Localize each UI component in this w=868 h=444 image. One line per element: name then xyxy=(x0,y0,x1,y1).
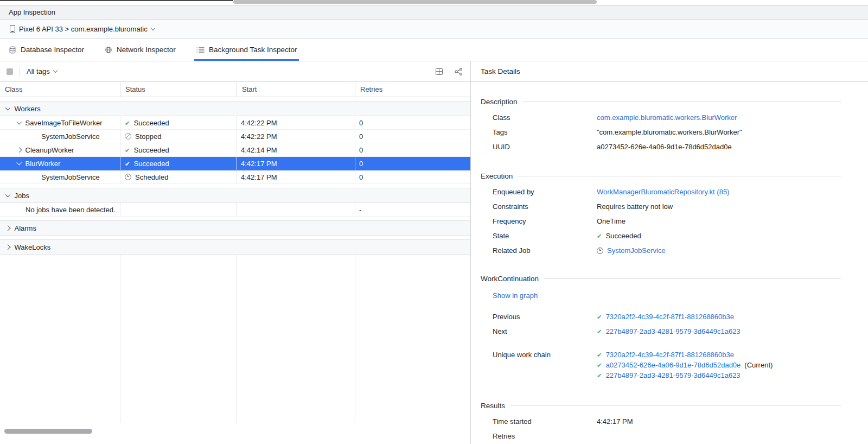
worker-class: BlurWorker xyxy=(25,160,61,168)
worker-start: 4:42:22 PM xyxy=(237,130,355,143)
show-in-graph-link[interactable]: Show in graph xyxy=(493,291,538,300)
worker-start: 4:42:14 PM xyxy=(237,143,355,156)
group-jobs[interactable]: Jobs xyxy=(0,188,470,203)
task-table-panel: All tags Class Status Start Retries Work… xyxy=(0,61,471,444)
chevron-down-icon[interactable] xyxy=(17,160,22,165)
frequency-value: OneTime xyxy=(597,217,626,225)
detail-label: Retries xyxy=(493,432,597,440)
process-selector[interactable]: Pixel 6 API 33 > com.example.bluromatic xyxy=(7,23,158,35)
detail-label: State xyxy=(493,232,597,240)
table-row[interactable]: CleanupWorker Succeeded 4:42:14 PM 0 xyxy=(0,143,470,157)
empty-jobs-message: No jobs have been detected. xyxy=(25,206,116,214)
window-divider xyxy=(0,0,233,1)
previous-work-link[interactable]: 7320a2f2-4c39-4c2f-87f1-881268860b3e xyxy=(606,313,734,321)
worker-retries: 0 xyxy=(355,143,470,156)
tab-database-inspector[interactable]: Database Inspector xyxy=(9,39,84,61)
detail-label: Tags xyxy=(493,128,597,136)
top-scrollbar-thumb[interactable] xyxy=(233,0,597,4)
task-details-content: Description Class com.example.bluromatic… xyxy=(471,82,868,444)
group-workers[interactable]: Workers xyxy=(0,101,470,116)
device-phone-icon xyxy=(10,25,15,33)
chevron-down-icon xyxy=(5,105,10,110)
main-split: All tags Class Status Start Retries Work… xyxy=(0,61,868,444)
table-toolbar: All tags xyxy=(0,61,470,82)
chevron-down-icon xyxy=(150,26,155,30)
detail-label: Next xyxy=(493,327,597,335)
worker-class: SaveImageToFileWorker xyxy=(25,119,103,127)
succeeded-icon xyxy=(597,327,602,335)
tab-background-task-inspector[interactable]: Background Task Inspector xyxy=(196,39,297,61)
worker-start: 4:42:17 PM xyxy=(237,170,355,183)
time-started-value: 4:42:17 PM xyxy=(597,417,633,426)
succeeded-icon xyxy=(597,351,602,359)
stop-icon[interactable] xyxy=(7,68,13,75)
table-row[interactable]: SystemJobService Scheduled 4:42:17 PM 0 xyxy=(0,170,470,184)
horizontal-scrollbar-thumb[interactable] xyxy=(4,429,92,434)
detail-row-constraints: Constraints Requires battery not low xyxy=(481,199,868,214)
all-tags-filter[interactable]: All tags xyxy=(27,67,57,75)
related-job-link[interactable]: SystemJobService xyxy=(607,246,666,255)
detail-row-retries-partial: Retries xyxy=(481,429,868,443)
section-heading: Results xyxy=(481,402,505,410)
inspector-tab-bar: Database Inspector Network Inspector Bac… xyxy=(0,39,868,61)
column-status[interactable]: Status xyxy=(120,82,237,97)
detail-row-enqueued-by: Enqueued by WorkManagerBluromaticReposit… xyxy=(481,185,868,199)
graph-view-icon[interactable] xyxy=(455,68,463,75)
table-view-icon[interactable] xyxy=(436,68,443,75)
worker-retries: 0 xyxy=(355,157,470,170)
worker-retries: 0 xyxy=(355,130,470,143)
column-class[interactable]: Class xyxy=(0,82,120,97)
class-link[interactable]: com.example.bluromatic.workers.BlurWorke… xyxy=(597,113,737,122)
detail-row-uuid: UUID a0273452-626e-4a06-9d1e-78d6d52dad0… xyxy=(481,139,868,154)
task-details-panel: Task Details Description Class com.examp… xyxy=(471,61,868,444)
detail-label: Frequency xyxy=(493,217,597,225)
horizontal-scrollbar xyxy=(0,423,470,444)
chevron-right-icon xyxy=(5,225,10,230)
section-work-continuation: WorkContinuation xyxy=(481,273,841,284)
section-heading: WorkContinuation xyxy=(481,275,539,283)
tags-value: "com.example.bluromatic.workers.BlurWork… xyxy=(597,128,742,136)
group-label: WakeLocks xyxy=(15,243,51,251)
table-row[interactable]: SystemJobService Stopped 4:42:22 PM 0 xyxy=(0,130,470,143)
column-start[interactable]: Start xyxy=(237,82,355,97)
tab-network-inspector[interactable]: Network Inspector xyxy=(105,39,176,61)
detail-label: UUID xyxy=(493,143,597,151)
toolbar-divider xyxy=(20,67,20,77)
task-details-header: Task Details xyxy=(471,61,868,82)
worker-status: Stopped xyxy=(135,132,161,141)
table-row-selected[interactable]: BlurWorker Succeeded 4:42:17 PM 0 xyxy=(0,157,470,170)
chevron-right-icon xyxy=(5,244,10,249)
network-icon xyxy=(105,46,112,54)
background-task-icon xyxy=(196,47,205,53)
detail-row-frequency: Frequency OneTime xyxy=(481,214,868,229)
enqueued-by-link[interactable]: WorkManagerBluromaticRepository.kt (85) xyxy=(597,188,729,196)
column-retries[interactable]: Retries xyxy=(355,82,470,97)
section-rule xyxy=(518,176,841,176)
worker-class: SystemJobService xyxy=(41,132,100,141)
chevron-down-icon xyxy=(5,192,10,197)
detail-label: Time started xyxy=(493,417,597,426)
succeeded-icon xyxy=(597,313,602,321)
section-results: Results xyxy=(481,400,841,411)
chain-work-link[interactable]: 227b4897-2ad3-4281-9579-3d6449c1a623 xyxy=(606,371,741,379)
succeeded-icon xyxy=(597,371,602,379)
next-work-link[interactable]: 227b4897-2ad3-4281-9579-3d6449c1a623 xyxy=(606,327,741,335)
chevron-down-icon[interactable] xyxy=(17,119,22,124)
cell-empty xyxy=(237,203,355,216)
succeeded-icon xyxy=(597,232,602,240)
group-alarms[interactable]: Alarms xyxy=(0,220,470,236)
state-value: Succeeded xyxy=(606,232,641,240)
app-inspection-header: App Inspection xyxy=(0,5,868,20)
chain-work-link-current[interactable]: a0273452-626e-4a06-9d1e-78d6d52dad0e xyxy=(606,361,741,369)
detail-label: Class xyxy=(493,113,597,122)
group-wakelocks[interactable]: WakeLocks xyxy=(0,239,470,255)
succeeded-icon xyxy=(125,146,130,154)
chevron-right-icon[interactable] xyxy=(17,147,22,152)
chain-work-link[interactable]: 7320a2f2-4c39-4c2f-87f1-881268860b3e xyxy=(606,351,734,359)
detail-label: Unique work chain xyxy=(493,350,597,360)
table-row[interactable]: SaveImageToFileWorker Succeeded 4:42:22 … xyxy=(0,116,470,130)
worker-class: CleanupWorker xyxy=(25,146,74,154)
detail-row-unique-work-chain: Unique work chain 7320a2f2-4c39-4c2f-87f… xyxy=(481,350,868,380)
uuid-value: a0273452-626e-4a06-9d1e-78d6d52dad0e xyxy=(597,143,732,151)
worker-status: Succeeded xyxy=(134,160,169,168)
